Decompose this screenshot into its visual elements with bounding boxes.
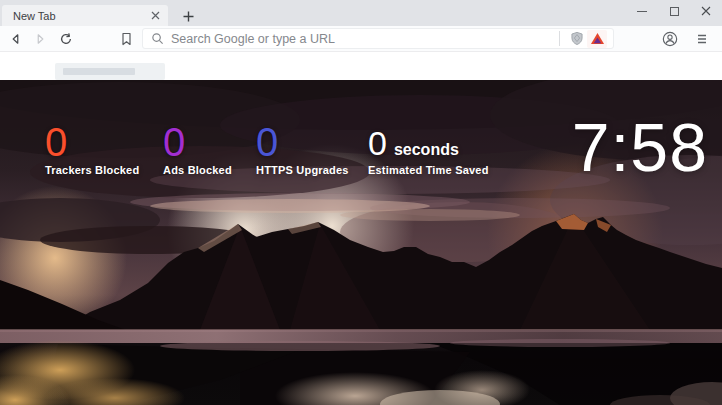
reload-button[interactable] xyxy=(54,28,78,50)
bookmark-icon xyxy=(120,32,133,46)
https-upgrades-label: HTTPS Upgrades xyxy=(256,164,349,177)
tab-title: New Tab xyxy=(13,10,56,22)
search-icon xyxy=(151,32,164,45)
url-input[interactable] xyxy=(171,32,555,46)
navigation-toolbar xyxy=(0,26,722,52)
new-tab-page: 0 Trackers Blocked 0 Ads Blocked 0 HTTPS… xyxy=(0,52,722,405)
profile-button[interactable] xyxy=(658,28,682,50)
window-controls xyxy=(626,0,722,22)
close-window-button[interactable] xyxy=(690,0,722,22)
browser-window: New Tab xyxy=(0,0,722,405)
ads-blocked-label: Ads Blocked xyxy=(163,164,232,177)
back-icon xyxy=(9,32,23,46)
address-bar[interactable] xyxy=(142,28,614,49)
tab-new-tab[interactable]: New Tab xyxy=(2,5,168,26)
stat-time-saved: 0 seconds Estimated Time Saved xyxy=(368,126,489,177)
forward-icon xyxy=(33,32,47,46)
bat-triangle-icon xyxy=(590,32,605,45)
time-saved-label: Estimated Time Saved xyxy=(368,164,489,177)
close-icon xyxy=(701,6,711,16)
hamburger-menu-icon xyxy=(696,33,708,45)
ghost-tile-artifact xyxy=(55,63,165,80)
clock: 7:58 xyxy=(572,110,708,184)
https-upgrades-count: 0 xyxy=(256,124,349,160)
forward-button[interactable] xyxy=(28,28,52,50)
minimize-icon xyxy=(637,11,647,12)
menu-button[interactable] xyxy=(690,28,714,50)
stat-ads-blocked: 0 Ads Blocked xyxy=(163,124,232,177)
time-saved-count: 0 xyxy=(368,126,387,160)
bookmark-button[interactable] xyxy=(114,28,138,50)
trackers-blocked-count: 0 xyxy=(45,124,139,160)
maximize-icon xyxy=(670,7,679,16)
wallpaper-image: 0 Trackers Blocked 0 Ads Blocked 0 HTTPS… xyxy=(0,80,722,405)
tab-bar: New Tab xyxy=(0,0,722,26)
minimize-button[interactable] xyxy=(626,0,658,22)
time-saved-unit: seconds xyxy=(394,141,459,159)
stat-https-upgrades: 0 HTTPS Upgrades xyxy=(256,124,349,177)
trackers-blocked-label: Trackers Blocked xyxy=(45,164,139,177)
address-bar-divider xyxy=(559,31,560,46)
page-top-strip xyxy=(0,52,722,80)
brave-rewards-button[interactable] xyxy=(587,30,607,48)
brave-shields-button[interactable] xyxy=(567,30,587,48)
stat-trackers-blocked: 0 Trackers Blocked xyxy=(45,124,139,177)
ads-blocked-count: 0 xyxy=(163,124,232,160)
toolbar-right-group xyxy=(658,28,714,50)
shield-icon xyxy=(570,31,584,46)
reload-icon xyxy=(59,32,73,46)
maximize-button[interactable] xyxy=(658,0,690,22)
back-button[interactable] xyxy=(4,28,28,50)
tab-close-icon[interactable] xyxy=(148,9,162,23)
new-tab-button[interactable] xyxy=(176,6,200,26)
profile-icon xyxy=(662,31,678,47)
